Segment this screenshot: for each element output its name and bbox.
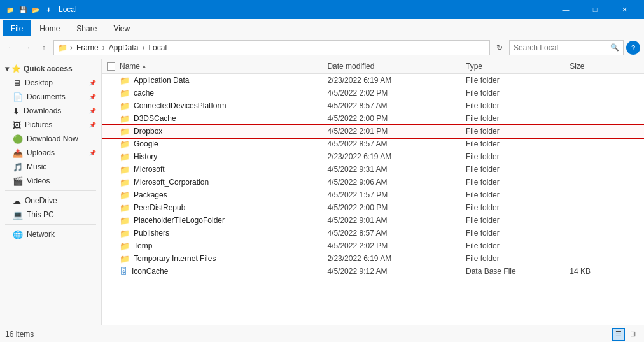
file-type: File folder (466, 229, 570, 238)
tab-file[interactable]: File (3, 20, 31, 36)
sidebar-music-label: Music (27, 162, 46, 171)
file-name-cell: 📁 Temporary Internet Files (120, 254, 327, 264)
sidebar-uploads-label: Uploads (27, 148, 55, 157)
file-date: 4/5/2022 2:02 PM (327, 89, 466, 97)
file-date: 4/5/2022 9:01 AM (327, 216, 466, 225)
uploads-icon: 📤 (13, 148, 23, 158)
row-check (107, 76, 120, 85)
folder-icon: 📁 (120, 127, 130, 136)
tab-view[interactable]: View (105, 20, 138, 36)
table-row[interactable]: 📁 Application Data 2/23/2022 6:19 AM Fil… (102, 74, 644, 87)
pin-icon-docs: 📌 (89, 94, 96, 100)
sidebar-item-downloadnow[interactable]: 🟢 Download Now (0, 132, 101, 146)
file-date: 4/5/2022 1:57 PM (327, 190, 466, 199)
file-name-cell: 📁 Packages (120, 190, 327, 200)
header-check (107, 62, 120, 71)
table-row[interactable]: 📁 PeerDistRepub 4/5/2022 2:00 PM File fo… (102, 201, 644, 214)
search-input[interactable] (514, 43, 610, 52)
sidebar-item-documents[interactable]: 📄 Documents 📌 (0, 90, 101, 104)
quick-access-icon: 💾 (18, 4, 28, 15)
maximize-button[interactable]: □ (580, 0, 610, 19)
title-bar-controls: — □ ✕ (551, 0, 639, 19)
row-check (107, 153, 120, 161)
file-type: File folder (466, 127, 570, 136)
forward-button[interactable]: → (20, 41, 34, 55)
folder-icon: 📁 (120, 241, 130, 251)
table-row[interactable]: 📁 Dropbox 4/5/2022 2:01 PM File folder (102, 125, 644, 138)
close-button[interactable]: ✕ (610, 0, 639, 19)
sidebar-thispc-label: This PC (27, 210, 54, 219)
sidebar-item-thispc[interactable]: 💻 This PC (0, 208, 101, 222)
sidebar-item-desktop[interactable]: 🖥 Desktop 📌 (0, 76, 101, 90)
title-bar: 📁 💾 📂 ⬇ Local — □ ✕ (0, 0, 644, 19)
table-row[interactable]: 📁 Temp 4/5/2022 2:02 PM File folder (102, 239, 644, 252)
onedrive-icon: ☁ (13, 196, 21, 206)
table-row[interactable]: 📁 Microsoft_Corporation 4/5/2022 9:06 AM… (102, 176, 644, 189)
file-date: 2/23/2022 6:19 AM (327, 76, 466, 85)
minimize-button[interactable]: — (551, 0, 580, 19)
pin-icon-uploads: 📌 (89, 150, 96, 156)
path-appdata[interactable]: AppData (108, 43, 140, 52)
col-type-label: Type (466, 62, 482, 71)
sidebar-videos-label: Videos (27, 176, 50, 185)
header-type[interactable]: Type (466, 62, 570, 71)
table-row[interactable]: 📁 cache 4/5/2022 2:02 PM File folder (102, 87, 644, 99)
large-icon-view-button[interactable]: ⊞ (626, 328, 639, 341)
table-row[interactable]: 📁 Google 4/5/2022 8:57 AM File folder (102, 138, 644, 150)
back-button[interactable]: ← (4, 41, 18, 55)
file-type: File folder (466, 139, 570, 148)
file-name-cell: 📁 Microsoft_Corporation (120, 178, 327, 187)
file-name-cell: 📁 Google (120, 139, 327, 149)
refresh-button[interactable]: ↻ (493, 41, 507, 55)
sidebar-item-downloads[interactable]: ⬇ Downloads 📌 (0, 104, 101, 118)
sidebar-item-videos[interactable]: 🎬 Videos (0, 174, 101, 188)
sort-name-arrow: ▲ (141, 63, 147, 69)
tab-home[interactable]: Home (31, 20, 68, 36)
table-row[interactable]: 📁 PlaceholderTileLogoFolder 4/5/2022 9:0… (102, 214, 644, 227)
db-icon: 🗄 (120, 267, 128, 276)
separator-1: › (70, 43, 73, 52)
music-icon: 🎵 (13, 162, 23, 172)
separator-2: › (102, 43, 105, 52)
select-all-checkbox[interactable] (107, 62, 115, 71)
item-count: 16 items (5, 330, 34, 339)
help-button[interactable]: ? (626, 41, 640, 55)
file-date: 4/5/2022 2:01 PM (327, 127, 466, 136)
table-row[interactable]: 📁 History 2/23/2022 6:19 AM File folder (102, 150, 644, 163)
sidebar-item-onedrive[interactable]: ☁ OneDrive (0, 194, 101, 208)
path-local[interactable]: Local (147, 43, 168, 52)
new-folder-icon: 📂 (31, 4, 41, 15)
folder-icon: 📁 (120, 139, 130, 149)
file-name: D3DSCache (134, 114, 176, 123)
address-path[interactable]: 📁 › Frame › AppData › Local (53, 40, 490, 55)
header-size[interactable]: Size (570, 62, 639, 71)
folder-special-icon: 📁 (120, 254, 130, 264)
table-row[interactable]: 📁 ConnectedDevicesPlatform 4/5/2022 8:57… (102, 99, 644, 112)
file-date: 4/5/2022 9:06 AM (327, 178, 466, 187)
file-list: Name ▲ Date modified Type Size 📁 Applica… (102, 59, 644, 325)
table-row[interactable]: 📁 Microsoft 4/5/2022 9:31 AM File folder (102, 163, 644, 176)
sidebar-divider-2 (5, 224, 96, 225)
file-type: File folder (466, 254, 570, 263)
tab-share[interactable]: Share (68, 20, 105, 36)
table-row[interactable]: 📁 D3DSCache 4/5/2022 2:00 PM File folder (102, 112, 644, 125)
table-row[interactable]: 🗄 IconCache 4/5/2022 9:12 AM Data Base F… (102, 265, 644, 278)
sidebar-documents-label: Documents (27, 92, 66, 101)
pin-icon-desktop: 📌 (89, 80, 96, 86)
sidebar-item-music[interactable]: 🎵 Music (0, 160, 101, 174)
file-name-cell: 📁 Dropbox (120, 127, 327, 136)
file-name-cell: 📁 PeerDistRepub (120, 203, 327, 213)
table-row[interactable]: 📁 Temporary Internet Files 2/23/2022 6:1… (102, 252, 644, 265)
search-box[interactable]: 🔍 (509, 40, 624, 55)
view-controls: ☰ ⊞ (612, 328, 639, 341)
sidebar-item-pictures[interactable]: 🖼 Pictures 📌 (0, 118, 101, 132)
up-button[interactable]: ↑ (37, 41, 51, 55)
sidebar-item-network[interactable]: 🌐 Network (0, 227, 101, 241)
sidebar-item-uploads[interactable]: 📤 Uploads 📌 (0, 146, 101, 160)
table-row[interactable]: 📁 Publishers 4/5/2022 8:57 AM File folde… (102, 227, 644, 239)
path-frame[interactable]: Frame (75, 43, 100, 52)
table-row[interactable]: 📁 Packages 4/5/2022 1:57 PM File folder (102, 189, 644, 201)
header-name[interactable]: Name ▲ (120, 62, 327, 71)
header-date[interactable]: Date modified (327, 62, 466, 71)
details-view-button[interactable]: ☰ (612, 328, 625, 341)
